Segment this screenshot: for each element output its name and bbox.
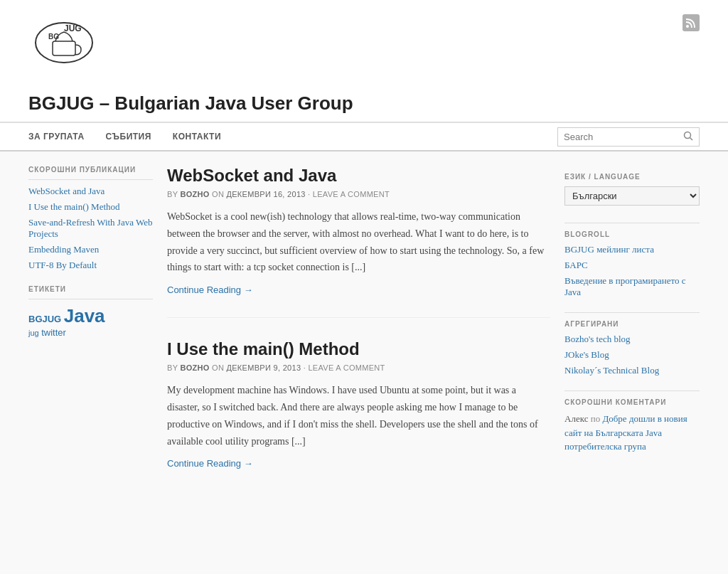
language-title: ЕЗИК / LANGUAGE [564,166,700,181]
recent-post-link-0[interactable]: WebSocket and Java [28,186,105,196]
recent-post-link-4[interactable]: UTF-8 By Default [28,260,97,270]
svg-text:BG: BG [48,33,59,41]
site-title: BGJUG – Bulgarian Java User Group [28,78,700,122]
commenter-name: Алекс [564,413,588,424]
nav-link-contacts[interactable]: КОНТАКТИ [173,132,221,142]
aggregated-link-2[interactable]: Nikolay´s Technical Blog [564,365,659,376]
tags-section: BGJUG Java jug twitter [28,299,153,339]
post-0-title[interactable]: WebSocket and Java [167,166,550,186]
post-1-leave-comment[interactable]: LEAVE A COMMENT [308,363,385,372]
recent-comment-0: Алекс по Добре дошли в новия сайт на Бъл… [564,412,700,454]
list-item: Nikolay´s Technical Blog [564,365,700,376]
sidebar-left: СКОРОШНИ ПУБЛИКАЦИИ WebSocket and Java I… [28,166,153,512]
post-1-author: BOZHO [180,363,209,372]
nav-link-about[interactable]: ЗА ГРУПАТА [28,132,85,142]
post-0-date: ДЕКЕМВРИ 16, 2013 [226,190,305,198]
svg-rect-1 [53,41,75,55]
comment-on: по [591,413,603,424]
list-item: Save-and-Refresh With Java Web Projects [28,217,153,240]
sidebar-right: ЕЗИК / LANGUAGE Български BLOGROLL BGJUG… [564,166,700,512]
nav-bar: ЗА ГРУПАТА СЪБИТИЯ КОНТАКТИ [0,122,728,152]
svg-point-4 [686,25,689,28]
content-area: WebSocket and Java by BOZHO on ДЕКЕМВРИ … [167,166,550,512]
recent-post-link-1[interactable]: I Use the main() Method [28,201,120,212]
post-0: WebSocket and Java by BOZHO on ДЕКЕМВРИ … [167,166,550,318]
list-item: Въведение в програмирането с Java [564,275,700,298]
search-button[interactable] [683,131,693,143]
list-item: Bozho's tech blog [564,334,700,345]
svg-line-6 [690,137,693,140]
search-icon [683,131,693,141]
recent-post-link-3[interactable]: Embedding Maven [28,244,99,255]
aggregated-link-1[interactable]: JOke's Blog [564,349,609,360]
post-1: I Use the main() Method by BOZHO on ДЕКЕ… [167,339,550,491]
blogroll-link-0[interactable]: BGJUG мейлинг листа [564,244,654,255]
tag-java[interactable]: Java [64,305,105,326]
tag-jug[interactable]: jug [28,329,39,337]
search-box [557,127,700,147]
post-1-excerpt: My development machine has Windows. I ha… [167,382,550,450]
list-item: BGJUG мейлинг листа [564,244,700,255]
list-item: I Use the main() Method [28,201,153,213]
list-item: JOke's Blog [564,349,700,361]
list-item: WebSocket and Java [28,186,153,197]
language-select[interactable]: Български [564,186,700,206]
tag-twitter[interactable]: twitter [41,327,66,338]
rss-icon[interactable] [682,14,700,31]
recent-posts-title: СКОРОШНИ ПУБЛИКАЦИИ [28,166,153,174]
list-item: UTF-8 By Default [28,260,153,271]
blogroll-link-1[interactable]: БАРС [564,260,588,270]
aggregated-list: Bozho's tech blog JOke's Blog Nikolay´s … [564,334,700,376]
post-1-meta: by BOZHO on ДЕКЕМВРИ 9, 2013 · LEAVE A C… [167,363,550,372]
post-0-continue-reading[interactable]: Continue Reading → [167,285,253,295]
post-0-leave-comment[interactable]: LEAVE A COMMENT [313,190,390,198]
aggregated-title: АГРЕГИРАНИ [564,312,700,328]
list-item: Embedding Maven [28,244,153,255]
post-0-author: BOZHO [180,190,209,198]
blogroll-title: BLOGROLL [564,223,700,238]
nav-links: ЗА ГРУПАТА СЪБИТИЯ КОНТАКТИ [28,123,221,150]
recent-posts-list: WebSocket and Java I Use the main() Meth… [28,179,153,271]
aggregated-link-0[interactable]: Bozho's tech blog [564,334,631,344]
tag-bgjug[interactable]: BGJUG [28,314,61,324]
post-1-title[interactable]: I Use the main() Method [167,339,550,359]
recent-post-link-2[interactable]: Save-and-Refresh With Java Web Projects [28,217,152,239]
site-logo: BG JUG [28,14,100,71]
svg-point-5 [685,132,691,138]
post-0-meta: by BOZHO on ДЕКЕМВРИ 16, 2013 · LEAVE A … [167,190,550,198]
list-item: БАРС [564,260,700,271]
blogroll-list: BGJUG мейлинг листа БАРС Въведение в про… [564,244,700,298]
search-input[interactable] [564,132,683,142]
tags-title: ЕТИКЕТИ [28,285,153,293]
post-0-excerpt: WebSocket is a cool new(ish) technology … [167,208,550,276]
blogroll-link-2[interactable]: Въведение в програмирането с Java [564,275,686,297]
post-1-date: ДЕКЕМВРИ 9, 2013 [226,363,301,372]
svg-text:JUG: JUG [64,23,82,33]
recent-comments-title: СКОРОШНИ КОМЕНТАРИ [564,390,700,406]
nav-link-events[interactable]: СЪБИТИЯ [106,132,151,142]
post-1-continue-reading[interactable]: Continue Reading → [167,458,253,469]
